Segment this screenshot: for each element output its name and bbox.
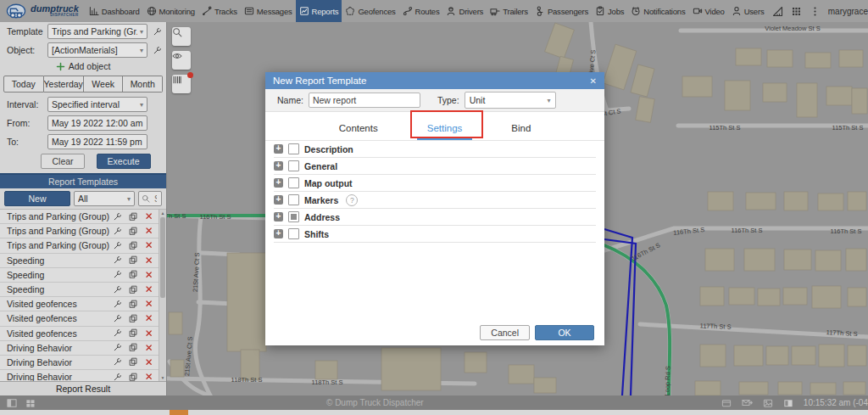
wrench-icon[interactable] bbox=[113, 270, 122, 279]
apps-grid-icon[interactable] bbox=[791, 6, 802, 17]
nav-item-reports[interactable]: Reports bbox=[296, 0, 342, 22]
nav-item-dashboard[interactable]: Dashboard bbox=[86, 0, 143, 22]
wrench-icon[interactable] bbox=[113, 314, 122, 323]
layout-grid-icon[interactable] bbox=[25, 398, 36, 408]
nav-item-monitoring[interactable]: Monitoring bbox=[143, 0, 198, 22]
copy-icon[interactable] bbox=[129, 285, 138, 294]
wrench-icon[interactable] bbox=[113, 255, 122, 265]
template-select[interactable]: Trips and Parking (Gr... bbox=[47, 24, 147, 39]
wrench-icon[interactable] bbox=[113, 227, 122, 236]
report-result-header[interactable]: Report Result bbox=[0, 381, 166, 395]
tab-settings[interactable]: Settings bbox=[417, 115, 473, 140]
delete-icon[interactable] bbox=[145, 212, 153, 221]
nav-item-tracks[interactable]: Tracks bbox=[198, 0, 241, 22]
delete-icon[interactable] bbox=[145, 285, 153, 294]
username[interactable]: marygrace bbox=[828, 7, 868, 16]
expand-icon[interactable] bbox=[274, 195, 283, 205]
name-input[interactable] bbox=[309, 93, 420, 108]
wrench-icon[interactable] bbox=[113, 373, 122, 381]
delete-icon[interactable] bbox=[145, 373, 153, 381]
copy-icon[interactable] bbox=[129, 270, 138, 279]
delete-icon[interactable] bbox=[145, 227, 153, 235]
app-logo[interactable]: dumptruck DISPATCHER bbox=[0, 3, 86, 20]
section-checkbox[interactable] bbox=[288, 143, 299, 154]
expand-icon[interactable] bbox=[274, 161, 283, 171]
ruler-icon[interactable] bbox=[772, 6, 783, 17]
copy-icon[interactable] bbox=[129, 241, 138, 250]
section-checkbox[interactable] bbox=[288, 194, 299, 205]
template-row[interactable]: Trips and Parking (Group) bbox=[0, 238, 166, 253]
copy-icon[interactable] bbox=[129, 300, 138, 309]
section-checkbox[interactable] bbox=[288, 177, 299, 188]
from-input[interactable]: May 19 2022 12:00 am bbox=[47, 115, 147, 131]
copy-icon[interactable] bbox=[129, 373, 138, 381]
delete-icon[interactable] bbox=[145, 344, 153, 352]
execute-button[interactable]: Execute bbox=[97, 154, 151, 169]
copy-icon[interactable] bbox=[129, 314, 138, 323]
template-row[interactable]: Visited geofences bbox=[0, 327, 166, 341]
map-traffic-button[interactable] bbox=[172, 75, 191, 93]
wrench-icon[interactable] bbox=[151, 27, 163, 36]
new-template-button[interactable]: New bbox=[4, 191, 70, 206]
template-row[interactable]: Driving Behavior bbox=[0, 356, 166, 370]
delete-icon[interactable] bbox=[145, 300, 153, 308]
wrench-icon[interactable] bbox=[113, 328, 122, 338]
nav-item-geofences[interactable]: Geofences bbox=[342, 0, 398, 22]
copy-icon[interactable] bbox=[129, 357, 138, 367]
to-input[interactable]: May 19 2022 11:59 pm bbox=[47, 134, 147, 149]
nav-item-passengers[interactable]: Passengers bbox=[531, 0, 592, 22]
clear-button[interactable]: Clear bbox=[41, 154, 84, 169]
nav-item-notifications[interactable]: Notifications bbox=[627, 0, 688, 22]
ok-button[interactable]: OK bbox=[535, 325, 594, 340]
wrench-icon[interactable] bbox=[113, 241, 122, 250]
wrench-icon[interactable] bbox=[113, 212, 122, 222]
copy-icon[interactable] bbox=[129, 227, 138, 236]
object-select[interactable]: [ActionMaterials] bbox=[47, 42, 147, 58]
delete-icon[interactable] bbox=[145, 241, 153, 250]
nav-item-trailers[interactable]: Trailers bbox=[487, 0, 531, 22]
map-search-button[interactable] bbox=[172, 27, 191, 46]
template-row[interactable]: Speeding bbox=[0, 254, 166, 268]
range-button-month[interactable]: Month bbox=[123, 76, 163, 93]
tab-contents[interactable]: Contents bbox=[329, 115, 388, 140]
nav-item-video[interactable]: Video bbox=[689, 0, 728, 22]
section-checkbox[interactable] bbox=[288, 160, 299, 171]
delete-icon[interactable] bbox=[145, 358, 153, 367]
range-button-yesterday[interactable]: Yesterday bbox=[44, 76, 84, 93]
expand-icon[interactable] bbox=[274, 229, 283, 238]
wrench-icon[interactable] bbox=[151, 46, 163, 55]
expand-icon[interactable] bbox=[274, 212, 283, 222]
scrollbar[interactable] bbox=[159, 210, 166, 381]
layout-panel-icon[interactable] bbox=[7, 398, 17, 408]
expand-icon[interactable] bbox=[274, 144, 283, 154]
close-icon[interactable] bbox=[590, 76, 597, 86]
map-visibility-button[interactable] bbox=[172, 51, 191, 70]
template-row[interactable]: Speeding bbox=[0, 283, 166, 297]
dialog-header[interactable]: New Report Template bbox=[265, 72, 604, 89]
nav-item-users[interactable]: Users bbox=[728, 0, 768, 22]
template-row[interactable]: Driving Behavior bbox=[0, 341, 166, 356]
template-row[interactable]: Speeding bbox=[0, 268, 166, 283]
card-icon[interactable] bbox=[721, 398, 732, 408]
expand-icon[interactable] bbox=[274, 178, 283, 188]
nav-item-routes[interactable]: Routes bbox=[399, 0, 443, 22]
type-select[interactable]: Unit bbox=[465, 92, 556, 109]
wrench-icon[interactable] bbox=[113, 357, 122, 367]
image-icon[interactable] bbox=[763, 398, 773, 408]
cancel-button[interactable]: Cancel bbox=[480, 325, 530, 340]
range-button-week[interactable]: Week bbox=[84, 76, 124, 93]
search-input[interactable] bbox=[153, 193, 159, 205]
wrench-icon[interactable] bbox=[113, 300, 122, 309]
range-button-today[interactable]: Today bbox=[3, 76, 44, 93]
kebab-menu-icon[interactable] bbox=[810, 6, 821, 17]
template-row[interactable]: Visited geofences bbox=[0, 311, 166, 326]
copy-icon[interactable] bbox=[129, 343, 138, 352]
scrollbar-thumb[interactable] bbox=[160, 217, 165, 298]
copy-icon[interactable] bbox=[129, 212, 138, 222]
nav-item-messages[interactable]: Messages bbox=[241, 0, 296, 22]
add-object-button[interactable]: Add object bbox=[0, 59, 166, 74]
nav-item-jobs[interactable]: Jobs bbox=[592, 0, 627, 22]
mail-send-icon[interactable] bbox=[742, 397, 753, 408]
template-row[interactable]: Trips and Parking (Group) bbox=[0, 210, 166, 224]
help-icon[interactable] bbox=[346, 194, 358, 206]
